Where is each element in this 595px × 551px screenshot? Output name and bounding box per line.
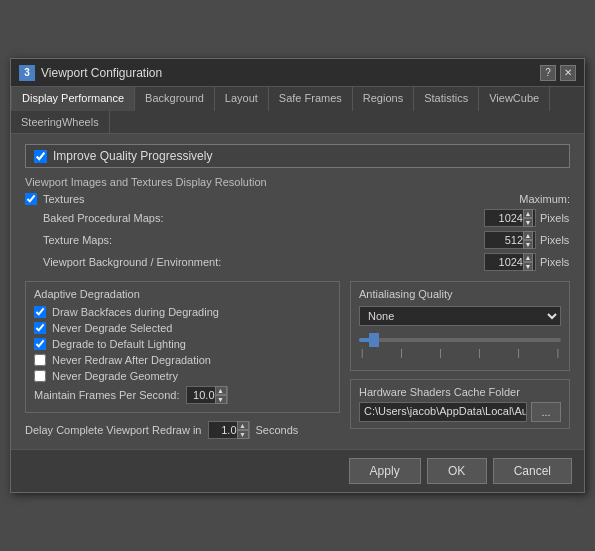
delay-suffix: Seconds — [256, 424, 299, 436]
cb-draw-backfaces: Draw Backfaces during Degrading — [34, 306, 331, 318]
viewport-bg-up[interactable]: ▲ — [523, 253, 533, 262]
maintain-fps-up[interactable]: ▲ — [215, 386, 227, 395]
viewport-bg-arrows: ▲ ▼ — [523, 253, 533, 271]
delay-input[interactable] — [209, 424, 237, 436]
antialiasing-group: Antialiasing Quality None Low Medium Hig… — [350, 281, 570, 371]
maintain-fps-spinbox[interactable]: ▲ ▼ — [186, 386, 228, 404]
textures-checkbox[interactable] — [25, 193, 37, 205]
cb-degrade-default-lighting: Degrade to Default Lighting — [34, 338, 331, 350]
aa-slider-thumb[interactable] — [369, 333, 379, 347]
never-degrade-selected-label: Never Degrade Selected — [52, 322, 172, 334]
tab-viewcube[interactable]: ViewCube — [479, 87, 550, 111]
title-bar-controls: ? ✕ — [540, 65, 576, 81]
texture-maps-down[interactable]: ▼ — [523, 240, 533, 249]
cb-never-degrade-geometry: Never Degrade Geometry — [34, 370, 331, 382]
adaptive-degradation-col: Adaptive Degradation Draw Backfaces duri… — [25, 281, 340, 439]
tab-steeringwheels[interactable]: SteeringWheels — [11, 111, 110, 133]
never-degrade-geometry-label: Never Degrade Geometry — [52, 370, 178, 382]
apply-button[interactable]: Apply — [349, 458, 421, 484]
aa-scale: | | | | | | — [359, 348, 561, 358]
improve-quality-label: Improve Quality Progressively — [53, 149, 212, 163]
textures-section-title: Viewport Images and Textures Display Res… — [25, 176, 570, 188]
baked-maps-spinbox[interactable]: ▲ ▼ — [484, 209, 536, 227]
maximum-label: Maximum: — [519, 193, 570, 205]
tab-safe-frames[interactable]: Safe Frames — [269, 87, 353, 111]
delay-down[interactable]: ▼ — [237, 430, 249, 439]
cb-never-redraw: Never Redraw After Degradation — [34, 354, 331, 366]
content-area: Improve Quality Progressively Viewport I… — [11, 134, 584, 449]
maintain-fps-row: Maintain Frames Per Second: ▲ ▼ — [34, 386, 331, 404]
cb-never-degrade-selected: Never Degrade Selected — [34, 322, 331, 334]
baked-maps-up[interactable]: ▲ — [523, 209, 533, 218]
viewport-config-window: 3 Viewport Configuration ? ✕ Display Per… — [10, 58, 585, 493]
viewport-bg-down[interactable]: ▼ — [523, 262, 533, 271]
viewport-bg-unit: Pixels — [540, 256, 570, 268]
maintain-fps-label: Maintain Frames Per Second: — [34, 389, 180, 401]
tab-display-performance[interactable]: Display Performance — [11, 87, 135, 111]
never-redraw-checkbox[interactable] — [34, 354, 46, 366]
draw-backfaces-checkbox[interactable] — [34, 306, 46, 318]
never-degrade-selected-checkbox[interactable] — [34, 322, 46, 334]
delay-up[interactable]: ▲ — [237, 421, 249, 430]
delay-spinbox[interactable]: ▲ ▼ — [208, 421, 250, 439]
draw-backfaces-label: Draw Backfaces during Degrading — [52, 306, 219, 318]
hardware-shaders-group: Hardware Shaders Cache Folder C:\Users\j… — [350, 379, 570, 429]
baked-maps-input[interactable] — [485, 210, 523, 226]
help-button[interactable]: ? — [540, 65, 556, 81]
aa-scale-min: | — [361, 348, 363, 358]
tab-statistics[interactable]: Statistics — [414, 87, 479, 111]
tab-layout[interactable]: Layout — [215, 87, 269, 111]
aa-slider-container: | | | | | | — [359, 332, 561, 358]
aa-scale-max: | — [557, 348, 559, 358]
viewport-bg-label: Viewport Background / Environment: — [25, 256, 484, 268]
delay-arrows: ▲ ▼ — [237, 421, 249, 439]
aa-scale-1: | — [400, 348, 402, 358]
texture-maps-spinbox[interactable]: ▲ ▼ — [484, 231, 536, 249]
delay-row: Delay Complete Viewport Redraw in ▲ ▼ Se… — [25, 421, 340, 439]
adaptive-degradation-title: Adaptive Degradation — [34, 288, 331, 300]
textures-section: Viewport Images and Textures Display Res… — [25, 176, 570, 271]
baked-maps-down[interactable]: ▼ — [523, 218, 533, 227]
antialiasing-title: Antialiasing Quality — [359, 288, 561, 300]
never-redraw-label: Never Redraw After Degradation — [52, 354, 211, 366]
cancel-button[interactable]: Cancel — [493, 458, 572, 484]
cache-path-display: C:\Users\jacob\AppData\Local\Autodesk\3d… — [359, 402, 527, 422]
texture-maps-up[interactable]: ▲ — [523, 231, 533, 240]
never-degrade-geometry-checkbox[interactable] — [34, 370, 46, 382]
antialiasing-select[interactable]: None Low Medium High — [359, 306, 561, 326]
maintain-fps-arrows: ▲ ▼ — [215, 386, 227, 404]
maintain-fps-down[interactable]: ▼ — [215, 395, 227, 404]
viewport-bg-input[interactable] — [485, 254, 523, 270]
improve-quality-checkbox[interactable] — [34, 150, 47, 163]
aa-slider-track[interactable] — [359, 332, 561, 348]
aa-scale-4: | — [518, 348, 520, 358]
browse-button[interactable]: ... — [531, 402, 561, 422]
baked-maps-row: Baked Procedural Maps: ▲ ▼ Pixels — [25, 209, 570, 227]
ok-button[interactable]: OK — [427, 458, 487, 484]
baked-maps-value-box: ▲ ▼ Pixels — [484, 209, 570, 227]
texture-maps-value-box: ▲ ▼ Pixels — [484, 231, 570, 249]
aa-scale-3: | — [478, 348, 480, 358]
delay-prefix: Delay Complete Viewport Redraw in — [25, 424, 202, 436]
cache-path-row: C:\Users\jacob\AppData\Local\Autodesk\3d… — [359, 402, 561, 422]
texture-maps-arrows: ▲ ▼ — [523, 231, 533, 249]
right-col: Antialiasing Quality None Low Medium Hig… — [350, 281, 570, 439]
aa-scale-2: | — [439, 348, 441, 358]
two-col-section: Adaptive Degradation Draw Backfaces duri… — [25, 281, 570, 439]
improve-quality-row: Improve Quality Progressively — [25, 144, 570, 168]
tabs-bar: Display Performance Background Layout Sa… — [11, 87, 584, 134]
tab-regions[interactable]: Regions — [353, 87, 414, 111]
texture-maps-input[interactable] — [485, 232, 523, 248]
viewport-bg-value-box: ▲ ▼ Pixels — [484, 253, 570, 271]
close-button[interactable]: ✕ — [560, 65, 576, 81]
adaptive-degradation-group: Adaptive Degradation Draw Backfaces duri… — [25, 281, 340, 413]
hardware-shaders-title: Hardware Shaders Cache Folder — [359, 386, 561, 398]
bottom-bar: Apply OK Cancel — [11, 449, 584, 492]
viewport-bg-spinbox[interactable]: ▲ ▼ — [484, 253, 536, 271]
tab-background[interactable]: Background — [135, 87, 215, 111]
texture-maps-unit: Pixels — [540, 234, 570, 246]
window-title: Viewport Configuration — [41, 66, 540, 80]
maintain-fps-input[interactable] — [187, 389, 215, 401]
textures-label: Textures — [43, 193, 85, 205]
degrade-default-lighting-checkbox[interactable] — [34, 338, 46, 350]
